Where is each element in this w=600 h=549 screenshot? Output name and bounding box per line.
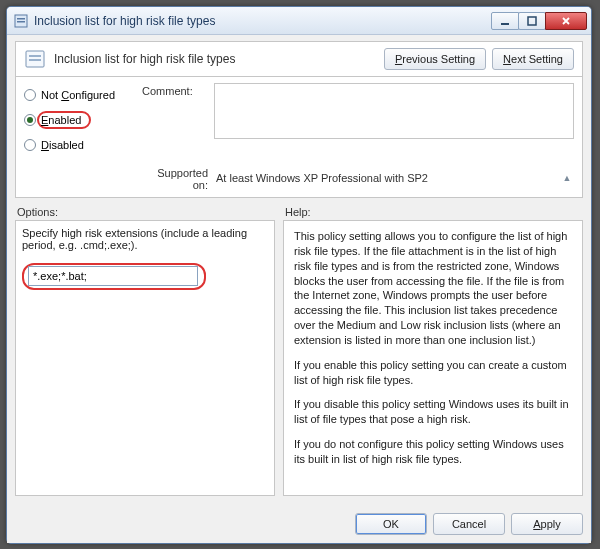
help-paragraph: If you enable this policy setting you ca… — [294, 358, 572, 388]
help-paragraph: If you disable this policy setting Windo… — [294, 397, 572, 427]
help-paragraph: If you do not configure this policy sett… — [294, 437, 572, 467]
dialog-button-row: OK Cancel Apply — [15, 513, 583, 535]
state-radio-group: Not Configured Enabled Disabled — [24, 83, 142, 161]
policy-title: Inclusion list for high risk file types — [54, 52, 378, 66]
options-label: Options: — [17, 206, 275, 218]
radio-not-configured[interactable]: Not Configured — [24, 89, 142, 101]
options-column: Options: Specify high risk extensions (i… — [15, 204, 275, 507]
cancel-button[interactable]: Cancel — [433, 513, 505, 535]
next-setting-button[interactable]: Next Setting — [492, 48, 574, 70]
supported-text: At least Windows XP Professional with SP… — [214, 172, 560, 184]
ok-button[interactable]: OK — [355, 513, 427, 535]
radio-icon — [24, 114, 36, 126]
scroll-up-icon[interactable]: ▲ — [560, 173, 574, 183]
policy-icon — [24, 48, 46, 70]
client-area: Inclusion list for high risk file types … — [7, 35, 591, 543]
apply-button[interactable]: Apply — [511, 513, 583, 535]
svg-rect-6 — [29, 55, 41, 57]
help-label: Help: — [285, 206, 583, 218]
config-area: Not Configured Enabled Disabled Comment: — [15, 77, 583, 198]
comment-label: Comment: — [142, 83, 214, 161]
svg-rect-7 — [29, 59, 41, 61]
policy-header: Inclusion list for high risk file types … — [15, 41, 583, 77]
radio-enabled[interactable]: Enabled — [24, 111, 142, 129]
previous-setting-button[interactable]: Previous Setting — [384, 48, 486, 70]
titlebar[interactable]: Inclusion list for high risk file types — [7, 7, 591, 35]
svg-rect-1 — [17, 18, 25, 20]
radio-icon — [24, 89, 36, 101]
close-button[interactable] — [545, 12, 587, 30]
comment-textarea[interactable] — [214, 83, 574, 139]
svg-rect-3 — [501, 23, 509, 25]
svg-rect-4 — [528, 17, 536, 25]
supported-label: Supported on: — [142, 165, 214, 191]
help-column: Help: This policy setting allows you to … — [283, 204, 583, 507]
window-controls — [492, 12, 587, 30]
minimize-button[interactable] — [491, 12, 519, 30]
dialog-window: Inclusion list for high risk file types … — [6, 6, 592, 544]
app-icon — [13, 13, 29, 29]
svg-rect-2 — [17, 21, 25, 23]
maximize-button[interactable] — [518, 12, 546, 30]
window-title: Inclusion list for high risk file types — [34, 14, 492, 28]
options-pane: Specify high risk extensions (include a … — [15, 220, 275, 496]
radio-disabled[interactable]: Disabled — [24, 139, 142, 151]
help-paragraph: This policy setting allows you to config… — [294, 229, 572, 348]
help-text: This policy setting allows you to config… — [290, 227, 576, 479]
help-pane: This policy setting allows you to config… — [283, 220, 583, 496]
radio-icon — [24, 139, 36, 151]
details-split: Options: Specify high risk extensions (i… — [15, 204, 583, 507]
extensions-input[interactable] — [28, 266, 198, 286]
extensions-label: Specify high risk extensions (include a … — [22, 227, 268, 251]
